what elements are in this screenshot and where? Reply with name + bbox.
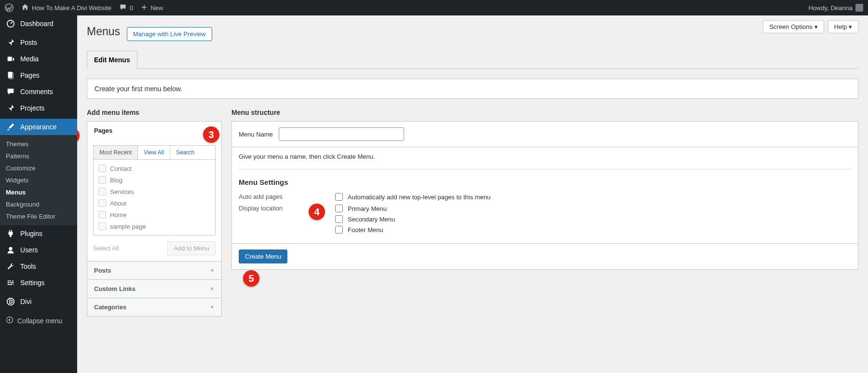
svg-point-7 xyxy=(7,317,13,323)
location-secondary-checkbox[interactable] xyxy=(335,215,343,223)
main-content: Screen Options ▾ Help ▾ Menus Manage wit… xyxy=(77,15,868,373)
add-menu-items-heading: Add menu items xyxy=(87,109,222,116)
tab-search[interactable]: Search xyxy=(170,146,200,159)
sidebar-item-tools[interactable]: Tools xyxy=(0,258,77,275)
sub-item-customize[interactable]: Customize xyxy=(0,162,77,174)
accordion-title: Posts xyxy=(94,267,111,274)
sidebar-item-label: Divi xyxy=(20,298,31,305)
add-menu-items-column: Add menu items Pages Most Recent View Al… xyxy=(87,109,222,317)
list-item[interactable]: About xyxy=(98,199,210,207)
sub-item-widgets[interactable]: Widgets xyxy=(0,174,77,186)
tab-most-recent[interactable]: Most Recent xyxy=(94,146,138,159)
menu-name-input[interactable] xyxy=(279,127,404,141)
instructions-text: Give your menu a name, then click Create… xyxy=(239,153,851,160)
page-checkbox[interactable] xyxy=(98,211,106,219)
location-footer-checkbox[interactable] xyxy=(335,226,343,234)
checkbox-label: Primary Menu xyxy=(348,205,387,212)
sliders-icon xyxy=(6,278,15,287)
page-checkbox[interactable] xyxy=(98,188,106,195)
tab-view-all[interactable]: View All xyxy=(138,146,170,159)
help-button[interactable]: Help ▾ xyxy=(828,20,858,33)
site-title: How To Make A Divi Website xyxy=(32,4,111,12)
sub-item-patterns[interactable]: Patterns xyxy=(0,150,77,162)
sidebar-item-label: Projects xyxy=(20,104,45,112)
sidebar-item-users[interactable]: Users xyxy=(0,242,77,258)
add-to-menu-button[interactable]: Add to Menu xyxy=(167,241,216,255)
accordion-title: Categories xyxy=(94,304,126,311)
page-checkbox[interactable] xyxy=(98,199,106,207)
svg-point-6 xyxy=(7,298,14,305)
list-item[interactable]: Services xyxy=(98,188,210,195)
accordion-posts-toggle[interactable]: Posts ▼ xyxy=(87,262,221,279)
avatar xyxy=(855,4,863,12)
list-item[interactable]: Contact xyxy=(98,165,210,172)
location-checkbox-line[interactable]: Secondary Menu xyxy=(335,215,395,223)
list-item[interactable]: Home xyxy=(98,211,210,219)
collapse-label: Collapse menu xyxy=(17,317,62,325)
tutorial-badge-4: 4 xyxy=(309,204,325,220)
accordion-custom-links-toggle[interactable]: Custom Links ▼ xyxy=(87,280,221,298)
page-checkbox[interactable] xyxy=(98,222,106,230)
sub-item-themes[interactable]: Themes xyxy=(0,138,77,150)
screen-options-button[interactable]: Screen Options ▾ xyxy=(763,20,824,33)
page-checkbox[interactable] xyxy=(98,176,106,184)
tutorial-badge-5: 5 xyxy=(243,270,259,287)
comment-icon xyxy=(119,3,127,13)
new-label: New xyxy=(150,4,163,12)
list-item[interactable]: Blog xyxy=(98,176,210,184)
sidebar-item-dashboard[interactable]: Dashboard xyxy=(0,15,77,32)
accordion-custom-links: Custom Links ▼ xyxy=(87,280,221,298)
sidebar-item-plugins[interactable]: Plugins xyxy=(0,225,77,242)
accordion-title: Pages xyxy=(94,127,112,134)
auto-add-checkbox[interactable] xyxy=(335,193,343,201)
tab-edit-menus[interactable]: Edit Menus xyxy=(87,51,137,69)
sidebar-item-appearance[interactable]: Appearance xyxy=(0,119,77,135)
auto-add-checkbox-line[interactable]: Automatically add new top-level pages to… xyxy=(335,193,490,201)
checkbox-label: Secondary Menu xyxy=(348,216,395,223)
sub-item-theme-file-editor[interactable]: Theme File Editor xyxy=(0,210,77,222)
wp-logo-link[interactable] xyxy=(5,3,14,12)
accordion-title: Custom Links xyxy=(94,285,136,292)
accordion-pages-toggle[interactable]: Pages xyxy=(87,122,221,139)
location-checkbox-line[interactable]: Footer Menu xyxy=(335,226,395,234)
checkbox-label: Footer Menu xyxy=(348,226,383,234)
sidebar-item-pages[interactable]: Pages xyxy=(0,67,77,83)
sidebar-item-label: Users xyxy=(20,246,38,254)
page-checkbox[interactable] xyxy=(98,165,106,172)
sidebar-item-comments[interactable]: Comments xyxy=(0,83,77,100)
tutorial-badge-1: 1 xyxy=(77,127,80,144)
sidebar-item-media[interactable]: Media xyxy=(0,51,77,67)
sub-item-background[interactable]: Background xyxy=(0,198,77,210)
sidebar-item-projects[interactable]: Projects xyxy=(0,100,77,116)
accordion-pages: Pages Most Recent View All Search Contac… xyxy=(87,122,221,262)
location-checkbox-line[interactable]: Primary Menu xyxy=(335,205,395,212)
sidebar-item-settings[interactable]: Settings xyxy=(0,275,77,291)
dashboard-icon xyxy=(6,19,15,28)
list-item[interactable]: sample page xyxy=(98,222,210,230)
comments-link[interactable]: 0 xyxy=(119,3,133,13)
sidebar-item-posts[interactable]: Posts xyxy=(0,34,77,51)
create-menu-button[interactable]: Create Menu xyxy=(239,249,287,263)
sidebar-item-label: Dashboard xyxy=(20,20,54,28)
accordion-categories: Categories ▼ xyxy=(87,298,221,316)
select-all-link[interactable]: Select All xyxy=(93,245,119,252)
screen-meta-links: Screen Options ▾ Help ▾ xyxy=(763,20,858,33)
chevron-down-icon: ▼ xyxy=(210,304,215,310)
divi-icon xyxy=(6,297,15,306)
sidebar-item-label: Pages xyxy=(20,71,40,79)
menu-settings: Menu Settings Auto add pages Automatical… xyxy=(239,178,851,234)
sidebar-item-divi[interactable]: Divi xyxy=(0,293,77,310)
new-link[interactable]: New xyxy=(141,4,163,12)
svg-point-5 xyxy=(9,247,12,250)
location-primary-checkbox[interactable] xyxy=(335,205,343,212)
collapse-menu-button[interactable]: Collapse menu xyxy=(0,312,77,329)
menu-structure-heading: Menu structure xyxy=(231,109,858,116)
sidebar-item-label: Plugins xyxy=(20,230,42,237)
menu-settings-heading: Menu Settings xyxy=(239,178,851,186)
manage-live-preview-button[interactable]: Manage with Live Preview xyxy=(127,27,212,41)
site-home-link[interactable]: How To Make A Divi Website xyxy=(21,3,111,13)
accordion-categories-toggle[interactable]: Categories ▼ xyxy=(87,298,221,316)
sub-item-menus[interactable]: Menus xyxy=(0,186,77,198)
wordpress-icon xyxy=(5,3,14,12)
my-account-link[interactable]: Howdy, Deanna xyxy=(808,4,863,12)
